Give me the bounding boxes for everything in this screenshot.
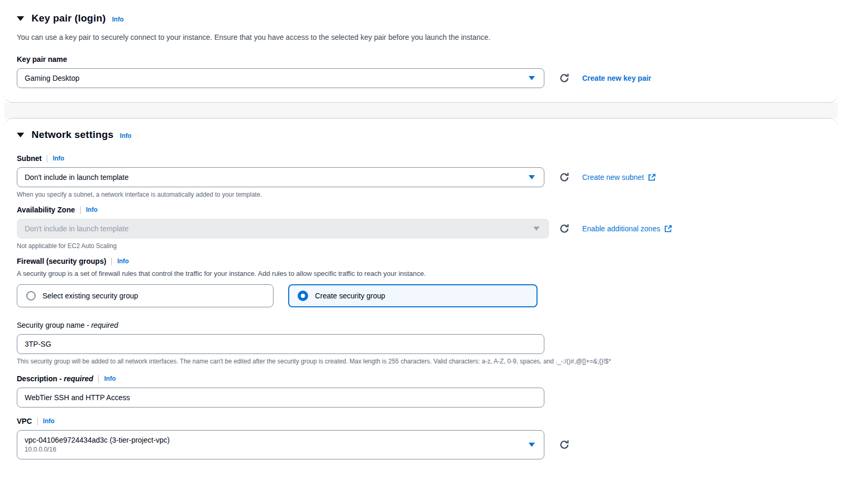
select-existing-security-group-option[interactable]: Select existing security group xyxy=(17,284,273,307)
key-pair-select-value: Gaming Desktop xyxy=(25,74,79,82)
external-link-icon xyxy=(664,225,672,233)
availability-zone-refresh-button[interactable] xyxy=(559,223,570,234)
key-pair-name-label: Key pair name xyxy=(17,55,67,63)
refresh-icon xyxy=(559,172,570,183)
enable-additional-zones-link-label: Enable additional zones xyxy=(582,224,660,233)
key-pair-info-link[interactable]: Info xyxy=(112,16,124,23)
key-pair-select[interactable]: Gaming Desktop xyxy=(17,68,544,88)
create-new-subnet-link-label: Create new subnet xyxy=(582,173,644,181)
label-divider xyxy=(37,417,38,425)
refresh-icon xyxy=(559,223,570,234)
key-pair-name-field: Key pair name Gaming Desktop Create new … xyxy=(17,55,825,88)
label-divider xyxy=(80,206,81,214)
subnet-info-link[interactable]: Info xyxy=(52,155,64,162)
security-group-name-input[interactable] xyxy=(17,334,544,354)
create-security-group-option[interactable]: Create security group xyxy=(288,284,538,307)
security-group-options: Select existing security group Create se… xyxy=(17,284,825,307)
firewall-field: Firewall (security groups) Info A securi… xyxy=(17,257,825,307)
radio-checked-icon[interactable] xyxy=(298,291,308,301)
key-pair-section: Key pair (login) Info You can use a key … xyxy=(4,0,838,103)
create-new-key-pair-link[interactable]: Create new key pair xyxy=(582,74,651,82)
vpc-select[interactable]: vpc-04106e9724434ad3c (3-tier-project-vp… xyxy=(17,430,544,459)
enable-additional-zones-link[interactable]: Enable additional zones xyxy=(582,224,672,233)
vpc-select-value: vpc-04106e9724434ad3c (3-tier-project-vp… xyxy=(25,435,170,445)
security-group-description-info-link[interactable]: Info xyxy=(104,375,115,382)
label-divider xyxy=(47,155,47,163)
caret-down-icon xyxy=(529,175,535,179)
availability-zone-select-value: Don't include in launch template xyxy=(25,224,129,233)
subnet-label: Subnet xyxy=(17,154,41,163)
collapse-triangle-icon[interactable] xyxy=(17,16,24,21)
subnet-helper-text: When you specify a subnet, a network int… xyxy=(17,191,825,198)
key-pair-section-title: Key pair (login) xyxy=(31,13,106,24)
security-group-description-label: Description - required xyxy=(17,374,93,383)
availability-zone-label: Availability Zone xyxy=(17,206,75,214)
firewall-info-link[interactable]: Info xyxy=(117,258,129,265)
vpc-select-cidr: 10.0.0.0/16 xyxy=(25,445,170,454)
network-settings-info-link[interactable]: Info xyxy=(120,132,131,140)
external-link-icon xyxy=(648,174,656,181)
subnet-field: Subnet Info Don't include in launch temp… xyxy=(17,154,825,198)
select-existing-security-group-label: Select existing security group xyxy=(43,292,138,300)
caret-down-icon xyxy=(529,76,535,80)
subnet-select[interactable]: Don't include in launch template xyxy=(17,167,544,187)
availability-zone-info-link[interactable]: Info xyxy=(86,206,98,213)
radio-unchecked-icon[interactable] xyxy=(26,291,36,301)
security-group-description-input[interactable] xyxy=(17,388,544,408)
vpc-refresh-button[interactable] xyxy=(559,439,570,450)
network-settings-section-title: Network settings xyxy=(31,129,113,141)
label-divider xyxy=(98,375,99,383)
section-divider xyxy=(4,103,838,118)
key-pair-refresh-button[interactable] xyxy=(559,73,570,83)
refresh-icon xyxy=(559,439,570,450)
caret-down-icon xyxy=(533,227,540,231)
refresh-icon xyxy=(559,73,570,83)
subnet-select-value: Don't include in launch template xyxy=(25,173,129,181)
collapse-triangle-icon[interactable] xyxy=(17,133,24,137)
key-pair-description: You can use a key pair to securely conne… xyxy=(17,33,825,41)
security-group-description-field: Description - required Info xyxy=(17,374,825,408)
firewall-description: A security group is a set of firewall ru… xyxy=(17,270,825,277)
vpc-field: VPC Info vpc-04106e9724434ad3c (3-tier-p… xyxy=(17,417,825,459)
security-group-name-helper-text: This security group will be added to all… xyxy=(17,358,825,365)
vpc-label: VPC xyxy=(17,417,32,425)
create-security-group-label: Create security group xyxy=(315,292,385,300)
key-pair-section-header[interactable]: Key pair (login) Info xyxy=(17,13,825,24)
availability-zone-helper-text: Not applicable for EC2 Auto Scaling xyxy=(17,242,825,250)
security-group-name-field: Security group name - required This secu… xyxy=(17,321,825,365)
security-group-name-label: Security group name - required xyxy=(17,321,118,329)
availability-zone-select: Don't include in launch template xyxy=(17,219,549,239)
network-settings-section: Network settings Info Subnet Info Don't … xyxy=(4,118,838,485)
label-divider xyxy=(111,258,112,265)
caret-down-icon xyxy=(529,443,535,447)
create-new-subnet-link[interactable]: Create new subnet xyxy=(582,173,656,181)
firewall-label: Firewall (security groups) xyxy=(17,257,106,265)
vpc-info-link[interactable]: Info xyxy=(43,417,55,425)
availability-zone-field: Availability Zone Info Don't include in … xyxy=(17,206,825,250)
subnet-refresh-button[interactable] xyxy=(559,172,570,183)
network-settings-section-header[interactable]: Network settings Info xyxy=(17,129,825,141)
